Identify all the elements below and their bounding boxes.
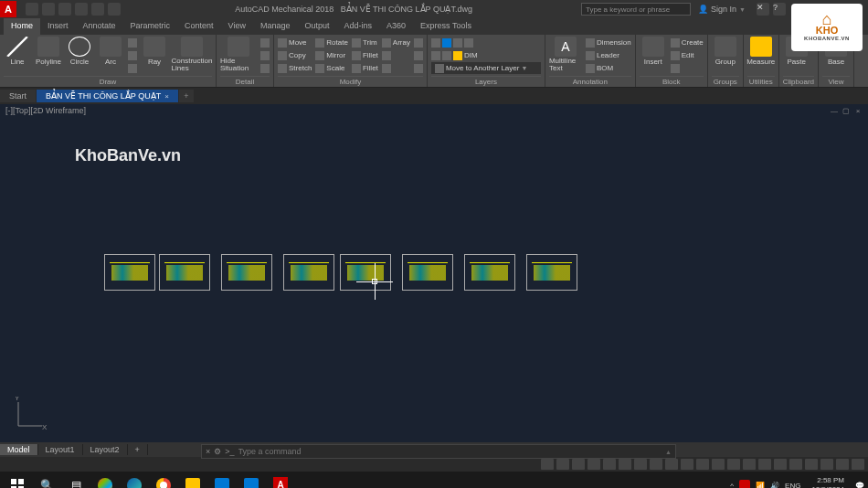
construction-lines-button[interactable]: Construction Lines <box>172 37 212 72</box>
array-button[interactable]: Array <box>382 37 410 48</box>
panel-detail-label[interactable]: Detail <box>220 76 270 87</box>
status-annoscale-icon[interactable] <box>712 459 725 470</box>
notifications-icon[interactable]: 💬 <box>855 482 864 489</box>
tab-parametric[interactable]: Parametric <box>123 18 178 35</box>
app-logo-icon[interactable]: A <box>0 1 16 17</box>
status-polar-icon[interactable] <box>603 459 616 470</box>
exchange-icon[interactable]: ✕ <box>757 3 769 16</box>
help-icon[interactable]: ? <box>773 3 786 16</box>
signin-button[interactable]: 👤 Sign In ▼ <box>691 5 753 14</box>
command-input[interactable] <box>238 447 662 456</box>
tab-express[interactable]: Express Tools <box>413 18 479 35</box>
tab-a360[interactable]: A360 <box>379 18 413 35</box>
status-workspace-icon[interactable] <box>727 459 740 470</box>
tray-chevron-icon[interactable]: ^ <box>730 482 734 489</box>
command-line[interactable]: × ⚙ >_ ▲ <box>201 444 676 459</box>
autocad-taskbar-icon[interactable]: A <box>267 473 294 488</box>
store-icon[interactable] <box>208 473 236 488</box>
panel-utilities-label[interactable]: Utilities <box>747 76 775 87</box>
move-button[interactable]: Move <box>278 37 312 48</box>
group-button[interactable]: Group <box>712 37 739 66</box>
cmdline-config-icon[interactable]: ⚙ <box>214 447 221 456</box>
status-grid-icon[interactable] <box>556 459 569 470</box>
tab-insert[interactable]: Insert <box>40 18 76 35</box>
tab-manage[interactable]: Manage <box>253 18 298 35</box>
status-annomonitor-icon[interactable] <box>743 459 756 470</box>
tab-annotate[interactable]: Annotate <box>76 18 123 35</box>
polyline-button[interactable]: Polyline <box>35 37 62 66</box>
panel-block-label[interactable]: Block <box>640 76 704 87</box>
layout-tab-model[interactable]: Model <box>0 444 38 455</box>
create-button[interactable]: Create <box>671 37 704 48</box>
draw-misc-3[interactable] <box>128 62 137 74</box>
outlook-icon[interactable] <box>238 473 265 488</box>
close-tab-icon[interactable]: × <box>164 92 169 101</box>
taskview-icon[interactable]: ▤ <box>62 473 90 488</box>
panel-annotation-label[interactable]: Annotation <box>549 76 631 87</box>
fillet-button[interactable]: Fillet <box>352 49 378 61</box>
qat-open-icon[interactable] <box>42 3 55 16</box>
viewport-label[interactable]: [-][Top][2D Wireframe] <box>5 106 86 115</box>
modify-grp2[interactable] <box>414 49 423 61</box>
modify-grp1[interactable] <box>414 37 423 48</box>
tray-app-icon[interactable] <box>739 480 750 488</box>
tab-content[interactable]: Content <box>177 18 221 35</box>
status-otrack-icon[interactable] <box>650 459 662 470</box>
panel-draw-label[interactable]: Draw <box>4 76 212 87</box>
status-quickprops-icon[interactable] <box>774 459 787 470</box>
bom-button[interactable]: BOM <box>586 62 631 74</box>
layout-tab-layout1[interactable]: Layout1 <box>38 444 83 455</box>
qat-new-icon[interactable] <box>26 3 38 16</box>
tab-view[interactable]: View <box>221 18 253 35</box>
drawing-sheet-5[interactable] <box>340 254 391 291</box>
status-ortho-icon[interactable] <box>587 459 600 470</box>
search-icon[interactable]: 🔍 <box>33 473 60 488</box>
status-hardware-icon[interactable] <box>820 459 833 470</box>
leader-button[interactable]: Leader <box>586 49 631 61</box>
drawing-sheet-3[interactable] <box>221 254 272 291</box>
mirror-button[interactable]: Mirror <box>315 49 348 61</box>
panel-groups-label[interactable]: Groups <box>712 76 739 87</box>
status-customize-icon[interactable] <box>852 459 864 470</box>
vp-minimize-icon[interactable]: — <box>830 106 839 115</box>
draw-misc-2[interactable] <box>128 49 137 61</box>
copy-button[interactable]: Copy <box>278 49 312 61</box>
tab-output[interactable]: Output <box>298 18 337 35</box>
modify-grp3[interactable] <box>414 62 423 74</box>
layer-row2[interactable]: DIM <box>431 49 541 61</box>
taskbar-clock[interactable]: 2:58 PM 12/9/2024 <box>806 476 850 488</box>
hide-situation-button[interactable]: Hide Situation <box>220 37 257 72</box>
detail-misc-1[interactable] <box>260 37 270 48</box>
edge-icon[interactable] <box>121 473 148 488</box>
status-lock-icon[interactable] <box>789 459 802 470</box>
trim-button[interactable]: Trim <box>352 37 378 48</box>
drawing-sheet-4[interactable] <box>283 254 334 291</box>
line-button[interactable]: Line <box>4 37 31 66</box>
draw-misc-1[interactable] <box>128 37 137 48</box>
block-misc[interactable] <box>671 62 704 74</box>
stretch-button[interactable]: Stretch <box>278 62 312 74</box>
drawing-canvas[interactable]: KhoBanVe.vn Y X Copyright © KhoBanVe.vn <box>0 117 868 442</box>
cmdline-recent-icon[interactable]: ▲ <box>665 449 672 455</box>
tray-wifi-icon[interactable]: 📶 <box>756 482 765 489</box>
modify-misc-1[interactable] <box>382 49 410 61</box>
layout-tab-add[interactable]: + <box>128 444 148 455</box>
qat-save-icon[interactable] <box>58 3 71 16</box>
panel-modify-label[interactable]: Modify <box>278 76 423 87</box>
status-3dosnap-icon[interactable] <box>634 459 647 470</box>
drawing-sheet-2[interactable] <box>159 254 210 291</box>
tray-volume-icon[interactable]: 🔊 <box>770 482 779 489</box>
panel-clipboard-label[interactable]: Clipboard <box>783 76 814 87</box>
status-model-icon[interactable] <box>541 459 554 470</box>
tray-language-icon[interactable]: ENG <box>785 482 800 489</box>
file-tab-active[interactable]: BẢN VẼ THI CÔNG LẮP QUẠT× <box>37 90 178 102</box>
status-units-icon[interactable] <box>758 459 771 470</box>
chrome-icon[interactable] <box>150 473 177 488</box>
status-snap-icon[interactable] <box>572 459 585 470</box>
explorer-icon[interactable] <box>179 473 206 488</box>
dimension-button[interactable]: Dimension <box>586 37 631 48</box>
ucs-icon[interactable]: Y X <box>11 397 48 433</box>
layout-tab-layout2[interactable]: Layout2 <box>83 444 128 455</box>
file-tab-start[interactable]: Start <box>0 90 36 102</box>
status-transparency-icon[interactable] <box>681 459 693 470</box>
